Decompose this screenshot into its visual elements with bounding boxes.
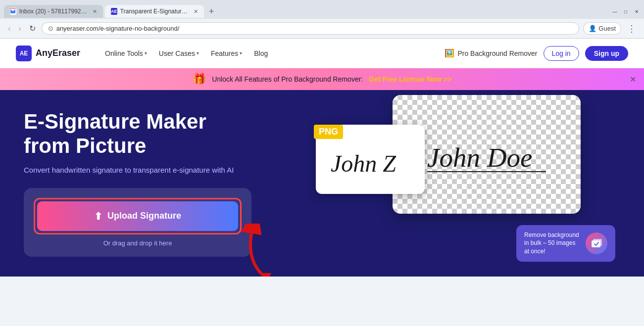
profile-icon: 👤 <box>589 25 596 32</box>
banner-close-button[interactable]: ✕ <box>630 75 636 84</box>
upload-area: ⬆ Upload Signature Or drag and drop it h… <box>24 188 251 257</box>
nav-blog[interactable]: Blog <box>249 47 273 60</box>
hero-demo: John Doe PNG John Z Remove background in… <box>301 90 620 272</box>
nav-right: 🖼️ Pro Background Remover Log in Sign up <box>445 46 628 61</box>
svg-marker-2 <box>261 273 271 277</box>
maximize-button[interactable]: □ <box>622 8 629 15</box>
main-nav: AE AnyEraser Online Tools ▾ User Cases ▾… <box>0 39 644 68</box>
nav-features[interactable]: Features ▾ <box>206 47 247 60</box>
new-tab-button[interactable]: + <box>206 6 217 17</box>
svg-text:John Doe: John Doe <box>427 142 532 173</box>
tab-gmail-label: Inbox (20) - 578117992wtt@ <box>19 8 88 15</box>
chevron-down-icon: ▾ <box>240 50 242 56</box>
ae-favicon: AE <box>111 8 117 15</box>
drag-drop-text: Or drag and drop it here <box>34 239 242 247</box>
tab-anyeraser-label: Transparent E-Signature Mak... <box>120 8 189 15</box>
url-text: anyeraser.com/e-signature-no-background/ <box>56 25 573 32</box>
nav-online-tools[interactable]: Online Tools ▾ <box>100 47 152 60</box>
guest-profile-button[interactable]: 👤 Guest <box>583 22 621 35</box>
upload-label: Upload Signature <box>107 211 181 221</box>
website-content: AE AnyEraser Online Tools ▾ User Cases ▾… <box>0 39 644 277</box>
signature-svg: John Doe <box>417 130 556 179</box>
banner-cta-link[interactable]: Get Free License Now >> <box>369 75 451 83</box>
tab-gmail[interactable]: Inbox (20) - 578117992wtt@ ✕ <box>4 5 103 18</box>
tab-anyeraser-close[interactable]: ✕ <box>194 8 198 15</box>
tab-anyeraser[interactable]: AE Transparent E-Signature Mak... ✕ <box>105 5 204 18</box>
close-button[interactable]: ✕ <box>633 8 640 15</box>
signup-button[interactable]: Sign up <box>585 46 628 61</box>
url-bar[interactable]: ⊙ anyeraser.com/e-signature-no-backgroun… <box>42 22 580 35</box>
address-bar: ‹ › ↻ ⊙ anyeraser.com/e-signature-no-bac… <box>0 19 644 39</box>
red-arrow <box>237 224 276 277</box>
nav-user-cases[interactable]: User Cases ▾ <box>154 47 204 60</box>
gift-icon: 🎁 <box>193 73 206 86</box>
title-bar: Inbox (20) - 578117992wtt@ ✕ AE Transpar… <box>0 0 644 19</box>
minimize-button[interactable]: — <box>611 8 618 15</box>
svg-rect-0 <box>10 8 16 9</box>
svg-text:John Z: John Z <box>331 150 396 177</box>
pro-icon: 🖼️ <box>445 48 454 58</box>
hero-section: E-Signature Makerfrom Picture Convert ha… <box>0 90 644 277</box>
upload-signature-button[interactable]: ⬆ Upload Signature <box>37 201 238 231</box>
login-button[interactable]: Log in <box>544 46 579 61</box>
svg-rect-7 <box>593 239 602 246</box>
png-badge: PNG <box>314 125 343 139</box>
browser-chrome: Inbox (20) - 578117992wtt@ ✕ AE Transpar… <box>0 0 644 39</box>
chevron-down-icon: ▾ <box>145 50 147 56</box>
logo-icon: AE <box>16 46 32 61</box>
original-signature-svg: John Z <box>326 137 415 182</box>
tab-gmail-close[interactable]: ✕ <box>93 8 97 15</box>
lock-icon: ⊙ <box>48 25 53 32</box>
upload-box: ⬆ Upload Signature <box>34 198 242 234</box>
forward-button[interactable]: › <box>16 24 23 33</box>
browser-menu-button[interactable]: ⋮ <box>625 23 638 34</box>
promo-banner: 🎁 Unlock All Features of Pro Background … <box>0 68 644 90</box>
bulk-tooltip-text: Remove background in bulk – 50 images at… <box>524 231 581 256</box>
bulk-icon <box>586 233 607 254</box>
banner-text: Unlock All Features of Pro Background Re… <box>212 75 363 83</box>
hero-title: E-Signature Makerfrom Picture <box>24 110 281 158</box>
guest-label: Guest <box>598 25 616 32</box>
logo[interactable]: AE AnyEraser <box>16 46 80 61</box>
logo-text: AnyEraser <box>36 48 80 58</box>
hero-subtitle: Convert handwritten signature to transpa… <box>24 166 281 174</box>
window-controls: — □ ✕ <box>611 8 640 15</box>
upload-icon: ⬆ <box>94 210 102 222</box>
bulk-tooltip: Remove background in bulk – 50 images at… <box>516 225 615 262</box>
gmail-favicon <box>10 8 16 15</box>
chevron-down-icon: ▾ <box>197 50 199 56</box>
pro-bg-remover-link[interactable]: 🖼️ Pro Background Remover <box>445 48 537 58</box>
nav-links: Online Tools ▾ User Cases ▾ Features ▾ B… <box>100 47 445 60</box>
reload-button[interactable]: ↻ <box>27 24 38 33</box>
back-button[interactable]: ‹ <box>6 24 12 33</box>
